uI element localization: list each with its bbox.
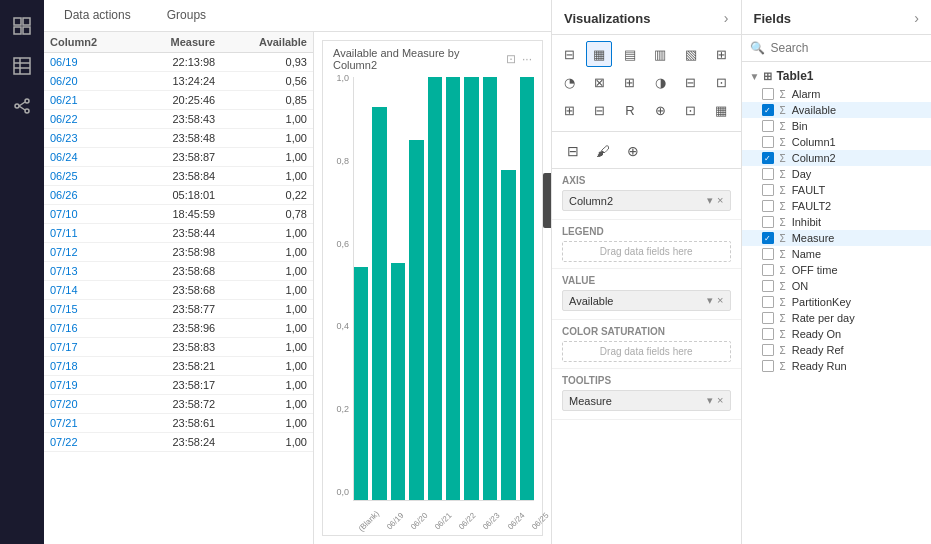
tab-groups[interactable]: Groups bbox=[159, 0, 214, 32]
fields-list-item-rate-per-day[interactable]: ΣRate per day bbox=[742, 310, 932, 326]
viz-color-dropzone[interactable]: Drag data fields here bbox=[562, 341, 731, 362]
sidebar-icon-model[interactable] bbox=[4, 88, 40, 124]
viz-stacked-bar[interactable]: ⊟ bbox=[556, 41, 582, 67]
viz-value-remove[interactable]: × bbox=[717, 294, 723, 307]
fields-panel-chevron[interactable]: › bbox=[914, 10, 919, 26]
fields-list-item-ready-ref[interactable]: ΣReady Ref bbox=[742, 342, 932, 358]
fields-list-item-day[interactable]: ΣDay bbox=[742, 166, 932, 182]
field-checkbox-day[interactable] bbox=[762, 168, 774, 180]
svg-line-11 bbox=[19, 102, 25, 106]
viz-pie[interactable]: ◔ bbox=[556, 69, 582, 95]
bar bbox=[501, 170, 515, 500]
field-checkbox-ready-on[interactable] bbox=[762, 328, 774, 340]
field-checkbox-fault[interactable] bbox=[762, 184, 774, 196]
fields-list-item-bin[interactable]: ΣBin bbox=[742, 118, 932, 134]
cell-col2: 07/10 bbox=[44, 205, 134, 224]
field-checkbox-column1[interactable] bbox=[762, 136, 774, 148]
viz-funnel[interactable]: ⊡ bbox=[708, 69, 734, 95]
col-column2-header: Column2 bbox=[44, 32, 134, 53]
field-checkbox-fault2[interactable] bbox=[762, 200, 774, 212]
viz-tooltips-dropdown[interactable]: ▾ bbox=[707, 394, 713, 407]
field-checkbox-rate-per-day[interactable] bbox=[762, 312, 774, 324]
viz-tooltips-remove[interactable]: × bbox=[717, 394, 723, 407]
chart-expand-icon[interactable]: ⊡ bbox=[506, 52, 516, 66]
sidebar-icon-report[interactable] bbox=[4, 8, 40, 44]
viz-tooltips-field[interactable]: Measure ▾ × bbox=[562, 390, 731, 411]
cell-measure: 23:58:43 bbox=[134, 110, 221, 129]
viz-more2[interactable]: ⊡ bbox=[678, 97, 704, 123]
bar-group[interactable] bbox=[428, 77, 442, 500]
field-checkbox-bin[interactable] bbox=[762, 120, 774, 132]
bar-group[interactable] bbox=[483, 77, 497, 500]
bar-group[interactable] bbox=[409, 77, 423, 500]
field-name-label: Measure bbox=[792, 232, 835, 244]
field-checkbox-measure[interactable] bbox=[762, 232, 774, 244]
viz-map1[interactable]: ⊠ bbox=[586, 69, 612, 95]
bar-group[interactable] bbox=[354, 77, 368, 500]
fields-list-item-ready-on[interactable]: ΣReady On bbox=[742, 326, 932, 342]
viz-more1[interactable]: ⊞ bbox=[708, 41, 734, 67]
field-checkbox-column2[interactable] bbox=[762, 152, 774, 164]
viz-slicer[interactable]: ▦ bbox=[708, 97, 734, 123]
fields-list-item-inhibit[interactable]: ΣInhibit bbox=[742, 214, 932, 230]
sigma-icon: Σ bbox=[780, 297, 786, 308]
viz-globe[interactable]: ⊕ bbox=[647, 97, 673, 123]
field-name-label: Rate per day bbox=[792, 312, 855, 324]
field-checkbox-alarm[interactable] bbox=[762, 88, 774, 100]
viz-treemap[interactable]: ⊟ bbox=[678, 69, 704, 95]
fields-list-item-available[interactable]: ΣAvailable bbox=[742, 102, 932, 118]
fields-list-item-measure[interactable]: ΣMeasure bbox=[742, 230, 932, 246]
fields-list-item-column2[interactable]: ΣColumn2 bbox=[742, 150, 932, 166]
cell-measure: 13:24:24 bbox=[134, 72, 221, 91]
viz-format-icon[interactable]: ⊟ bbox=[560, 138, 586, 164]
x-axis-label: 06/20 bbox=[409, 511, 430, 532]
fields-list-item-alarm[interactable]: ΣAlarm bbox=[742, 86, 932, 102]
viz-matrix[interactable]: ⊟ bbox=[586, 97, 612, 123]
bar-group[interactable] bbox=[520, 77, 534, 500]
field-checkbox-ready-ref[interactable] bbox=[762, 344, 774, 356]
viz-paint-icon[interactable]: 🖌 bbox=[590, 138, 616, 164]
bar-group[interactable] bbox=[391, 77, 405, 500]
viz-analytics-icon[interactable]: ⊕ bbox=[620, 138, 646, 164]
fields-list-item-on[interactable]: ΣON bbox=[742, 278, 932, 294]
fields-list-item-name[interactable]: ΣName bbox=[742, 246, 932, 262]
bar-group[interactable] bbox=[446, 77, 460, 500]
viz-axis-remove[interactable]: × bbox=[717, 194, 723, 207]
fields-list-item-ready-run[interactable]: ΣReady Run bbox=[742, 358, 932, 374]
chart-more-icon[interactable]: ··· bbox=[522, 52, 532, 66]
viz-line-chart[interactable]: ▥ bbox=[647, 41, 673, 67]
viz-area-chart[interactable]: ▧ bbox=[678, 41, 704, 67]
field-name-label: Ready On bbox=[792, 328, 842, 340]
viz-axis-dropdown[interactable]: ▾ bbox=[707, 194, 713, 207]
fields-list-item-fault2[interactable]: ΣFAULT2 bbox=[742, 198, 932, 214]
viz-gauge[interactable]: ◑ bbox=[647, 69, 673, 95]
field-checkbox-partitionkey[interactable] bbox=[762, 296, 774, 308]
viz-value-field[interactable]: Available ▾ × bbox=[562, 290, 731, 311]
bar-group[interactable] bbox=[464, 77, 478, 500]
field-checkbox-ready-run[interactable] bbox=[762, 360, 774, 372]
tree-table1-header[interactable]: ▼ ⊞ Table1 bbox=[742, 66, 932, 86]
viz-bar-chart[interactable]: ▤ bbox=[617, 41, 643, 67]
fields-list-item-partitionkey[interactable]: ΣPartitionKey bbox=[742, 294, 932, 310]
fields-list-item-column1[interactable]: ΣColumn1 bbox=[742, 134, 932, 150]
bar-group[interactable] bbox=[501, 77, 515, 500]
viz-clustered-bar[interactable]: ▦ bbox=[586, 41, 612, 67]
field-checkbox-inhibit[interactable] bbox=[762, 216, 774, 228]
viz-value-dropdown[interactable]: ▾ bbox=[707, 294, 713, 307]
bar-group[interactable] bbox=[372, 77, 386, 500]
viz-table[interactable]: ⊞ bbox=[556, 97, 582, 123]
viz-axis-field[interactable]: Column2 ▾ × bbox=[562, 190, 731, 211]
viz-panel-chevron[interactable]: › bbox=[724, 10, 729, 26]
field-checkbox-off-time[interactable] bbox=[762, 264, 774, 276]
tab-data-actions[interactable]: Data actions bbox=[56, 0, 139, 32]
field-checkbox-on[interactable] bbox=[762, 280, 774, 292]
viz-scatter[interactable]: ⊞ bbox=[617, 69, 643, 95]
viz-legend-dropzone[interactable]: Drag data fields here bbox=[562, 241, 731, 262]
viz-kpi[interactable]: R bbox=[617, 97, 643, 123]
field-checkbox-available[interactable] bbox=[762, 104, 774, 116]
search-input[interactable] bbox=[771, 41, 924, 55]
fields-list-item-off-time[interactable]: ΣOFF time bbox=[742, 262, 932, 278]
fields-list-item-fault[interactable]: ΣFAULT bbox=[742, 182, 932, 198]
field-checkbox-name[interactable] bbox=[762, 248, 774, 260]
sidebar-icon-table[interactable] bbox=[4, 48, 40, 84]
